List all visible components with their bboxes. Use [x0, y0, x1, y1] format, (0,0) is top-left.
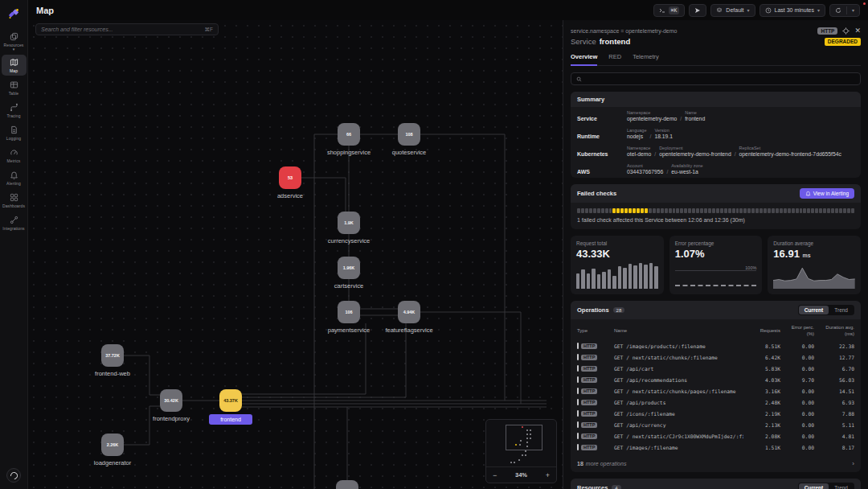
- timeline-segment: [612, 208, 616, 213]
- refresh-button[interactable]: ▾: [829, 4, 860, 17]
- panel-search-input[interactable]: [571, 72, 861, 85]
- operation-type: HTTP: [577, 399, 609, 405]
- zoom-in-button[interactable]: +: [546, 471, 550, 479]
- operations-toggle-current[interactable]: Current: [799, 306, 829, 314]
- tab-overview[interactable]: Overview: [571, 53, 597, 66]
- map-node-currencyservice[interactable]: 1.9K: [338, 212, 360, 234]
- sidebar-item-table[interactable]: Table: [2, 77, 27, 98]
- environment-select[interactable]: Default ▾: [710, 4, 755, 17]
- map-node-paymentservice[interactable]: 106: [338, 301, 360, 323]
- operation-row[interactable]: HTTPGET /api/recommendations4.03K9.7056.…: [577, 374, 854, 385]
- map-node-frontendproxy[interactable]: 30.42K: [160, 389, 182, 412]
- minimap-dot: [515, 444, 517, 446]
- sidebar-item-metrics[interactable]: Metrics: [2, 145, 27, 166]
- operation-protocol-badge: HTTP: [581, 400, 597, 405]
- operation-duration: 6.93: [819, 400, 854, 405]
- operation-row[interactable]: HTTPGET /icons/:filename2.19K0.007.88: [577, 408, 854, 419]
- assistant-button[interactable]: [6, 468, 21, 483]
- operation-duration: 22.38: [819, 343, 854, 349]
- timeline-segment: [649, 208, 652, 213]
- request-bar: [587, 273, 590, 289]
- operation-name: GET /_next/static/CJr9c1X00WXMduPmIjdez/…: [614, 434, 743, 439]
- map-search-input[interactable]: Search and filter resources... ⌘F: [35, 23, 219, 35]
- sidebar-item-integrations[interactable]: Integrations: [2, 212, 27, 233]
- time-range-select[interactable]: Last 30 minutes ▾: [760, 4, 825, 17]
- summary-field-value: opentelemetry-demo-frontend-7dd655f54c: [739, 151, 841, 157]
- sidebar-item-map[interactable]: Map: [2, 55, 27, 76]
- resources-toggle-trend[interactable]: Trend: [829, 483, 854, 489]
- operation-name: GET /api/cart: [614, 366, 743, 372]
- map-node-partial-node[interactable]: [336, 480, 358, 489]
- zoom-out-button[interactable]: −: [493, 471, 497, 479]
- more-operations-row[interactable]: 18 more operations ›: [571, 456, 861, 472]
- sidebar-item-dashboards[interactable]: Dashboards: [2, 190, 27, 211]
- zoom-controls: − 34% +: [486, 466, 556, 483]
- timeline-segment: [843, 208, 846, 213]
- topbar: Map ⌘K Default ▾ Last 30 minutes ▾: [28, 0, 868, 20]
- integrations-icon: [10, 216, 18, 224]
- request-bar: [644, 265, 647, 289]
- share-button[interactable]: [689, 4, 706, 17]
- minimap-dot: [522, 426, 523, 428]
- timeline-segment: [827, 208, 830, 213]
- stats-row: Request total 43.33K Error percentage 1.…: [571, 236, 861, 294]
- operation-row[interactable]: HTTPGET /_next/static/chunks/pages/:file…: [577, 385, 854, 397]
- operation-type: HTTP: [577, 410, 609, 417]
- summary-field-key: ReplicaSet: [739, 146, 841, 150]
- map-node-featureflagservice[interactable]: 4.94K: [398, 301, 420, 323]
- minimap[interactable]: − 34% +: [485, 419, 557, 483]
- resources-count-badge: 4: [612, 485, 620, 489]
- tracing-icon: [10, 103, 18, 112]
- operation-row[interactable]: HTTPGET /images/:filename1.51K0.008.17: [577, 442, 854, 453]
- col-type: Type: [577, 328, 609, 335]
- map-node-loadgenerator[interactable]: 2.26K: [101, 434, 124, 456]
- map-node-label-frontend[interactable]: frontend: [209, 414, 252, 425]
- view-in-alerting-button[interactable]: View in Alerting: [800, 188, 854, 199]
- timeline-segment: [819, 208, 822, 213]
- minimap-area[interactable]: [486, 420, 556, 466]
- map-node-cartservice[interactable]: 1.96K: [338, 257, 360, 279]
- summary-field-value: nodejs: [627, 134, 646, 139]
- duration-area: [773, 268, 855, 289]
- timeline-segment: [811, 208, 814, 213]
- minimap-dot: [525, 454, 526, 456]
- minimap-dot: [526, 442, 528, 443]
- tab-telemetry[interactable]: Telemetry: [633, 53, 659, 65]
- resources-toggle-current[interactable]: Current: [799, 483, 829, 489]
- failed-checks-timeline[interactable]: [577, 208, 854, 213]
- request-bar: [602, 272, 605, 289]
- map-node-adservice[interactable]: 53: [279, 166, 301, 189]
- operation-indicator: [577, 354, 579, 360]
- summary-field-key: Namespace: [627, 110, 677, 115]
- operations-toggle-trend[interactable]: Trend: [829, 306, 854, 314]
- command-palette-button[interactable]: ⌘K: [653, 4, 686, 17]
- minimap-viewport[interactable]: [506, 425, 542, 450]
- operation-row[interactable]: HTTPGET /api/currency2.13K0.005.11: [577, 419, 854, 430]
- tab-red[interactable]: RED: [608, 53, 621, 65]
- sidebar-item-logging[interactable]: Logging: [2, 122, 27, 143]
- sidebar-item-tracing[interactable]: Tracing: [2, 100, 27, 121]
- timeline-segment: [661, 208, 664, 213]
- operation-row[interactable]: HTTPGET /api/cart5.83K0.006.70: [577, 363, 854, 374]
- close-icon[interactable]: ✕: [854, 27, 861, 35]
- timeline-segment: [720, 208, 723, 213]
- map-node-frontend[interactable]: 43.37K: [219, 389, 242, 412]
- operation-row[interactable]: HTTPGET /images/products/:filename8.51K0…: [577, 340, 854, 351]
- breadcrumb: service.namespace = opentelemetry-demo: [571, 28, 817, 34]
- operation-row[interactable]: HTTPGET /_next/static/CJr9c1X00WXMduPmIj…: [577, 430, 854, 442]
- request-total-card: Request total 43.33K: [571, 236, 664, 294]
- map-edges: [28, 20, 563, 489]
- sidebar-item-resources[interactable]: Resources▾: [2, 29, 27, 53]
- operation-protocol-badge: HTTP: [581, 411, 597, 417]
- operation-error: 9.70: [785, 377, 814, 383]
- service-map-canvas[interactable]: Search and filter resources... ⌘F 66shop…: [28, 20, 563, 489]
- operation-row[interactable]: HTTPGET /_next/static/chunks/:filename6.…: [577, 351, 854, 363]
- map-node-frontend-web[interactable]: 37.72K: [101, 344, 124, 367]
- locate-on-map-button[interactable]: [842, 27, 850, 35]
- sidebar-item-alerting[interactable]: Alerting: [2, 167, 27, 188]
- map-node-shoppingservice[interactable]: 66: [338, 123, 360, 146]
- map-node-quoteservice[interactable]: 108: [398, 123, 420, 146]
- summary-field-value: eu-west-1a: [671, 169, 702, 175]
- operation-row[interactable]: HTTPGET /api/products2.48K0.006.93: [577, 397, 854, 408]
- minimap-dot: [525, 450, 526, 452]
